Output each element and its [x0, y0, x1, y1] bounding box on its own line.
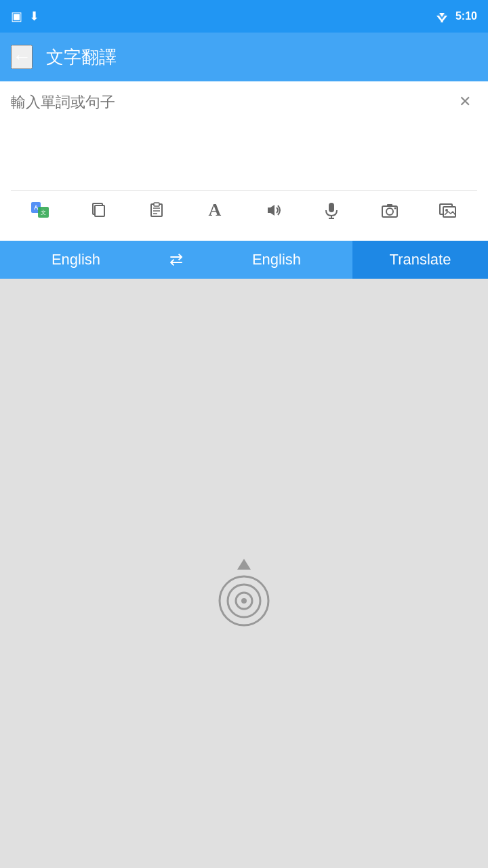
translate-button[interactable]: Translate — [352, 241, 488, 279]
back-button[interactable]: ← — [11, 45, 33, 69]
target-language-button[interactable]: English — [201, 241, 352, 279]
status-bar: ▣ ⬇ 5:10 — [0, 0, 488, 33]
input-card: ✕ A 文 — [0, 81, 488, 241]
main-content — [0, 279, 488, 868]
screen-icon: ▣ — [11, 9, 22, 24]
copy-icon — [89, 201, 108, 220]
source-language-label: English — [52, 251, 100, 269]
status-bar-left: ▣ ⬇ — [11, 9, 39, 24]
language-translate-button[interactable]: A 文 — [23, 196, 57, 224]
svg-rect-21 — [387, 204, 392, 207]
volume-icon — [264, 201, 283, 220]
time-display: 5:10 — [455, 10, 477, 22]
app-bar: ← 文字翻譯 — [0, 33, 488, 81]
clipboard-icon — [147, 201, 166, 220]
translate-icon: A 文 — [30, 200, 50, 220]
svg-text:A: A — [34, 204, 39, 211]
svg-point-20 — [386, 208, 393, 215]
clear-button[interactable]: ✕ — [453, 90, 477, 114]
status-bar-right: 5:10 — [434, 10, 477, 22]
app-title: 文字翻譯 — [46, 45, 117, 69]
font-icon: A — [209, 200, 222, 220]
svg-point-3 — [441, 21, 443, 22]
swap-icon: ⇄ — [169, 250, 183, 269]
volume-button[interactable] — [256, 196, 290, 224]
bullseye-icon — [217, 574, 271, 628]
gallery-button[interactable] — [431, 196, 465, 224]
mic-icon — [322, 201, 341, 220]
svg-point-25 — [445, 209, 448, 212]
copy-button[interactable] — [81, 196, 115, 224]
font-button[interactable]: A — [198, 196, 232, 224]
toolbar-row: A 文 A — [11, 190, 477, 230]
translate-label: Translate — [390, 251, 451, 269]
camera-icon — [380, 201, 399, 220]
svg-point-29 — [241, 598, 247, 604]
download-icon: ⬇ — [29, 9, 39, 24]
gallery-icon — [439, 201, 458, 220]
svg-rect-9 — [95, 205, 104, 216]
wifi-icon — [434, 10, 450, 22]
bullseye-arrow — [237, 559, 251, 570]
svg-marker-15 — [268, 205, 274, 216]
mic-button[interactable] — [314, 196, 348, 224]
swap-languages-button[interactable]: ⇄ — [152, 241, 201, 279]
camera-button[interactable] — [373, 196, 407, 224]
svg-rect-11 — [154, 203, 159, 206]
text-input[interactable] — [11, 92, 477, 187]
target-language-label: English — [252, 251, 301, 269]
svg-rect-16 — [329, 203, 334, 212]
bullseye-container — [217, 559, 271, 628]
language-bar: English ⇄ English Translate — [0, 241, 488, 279]
source-language-button[interactable]: English — [0, 241, 152, 279]
clipboard-button[interactable] — [140, 196, 174, 224]
svg-point-22 — [394, 208, 396, 210]
svg-text:文: 文 — [41, 210, 46, 216]
